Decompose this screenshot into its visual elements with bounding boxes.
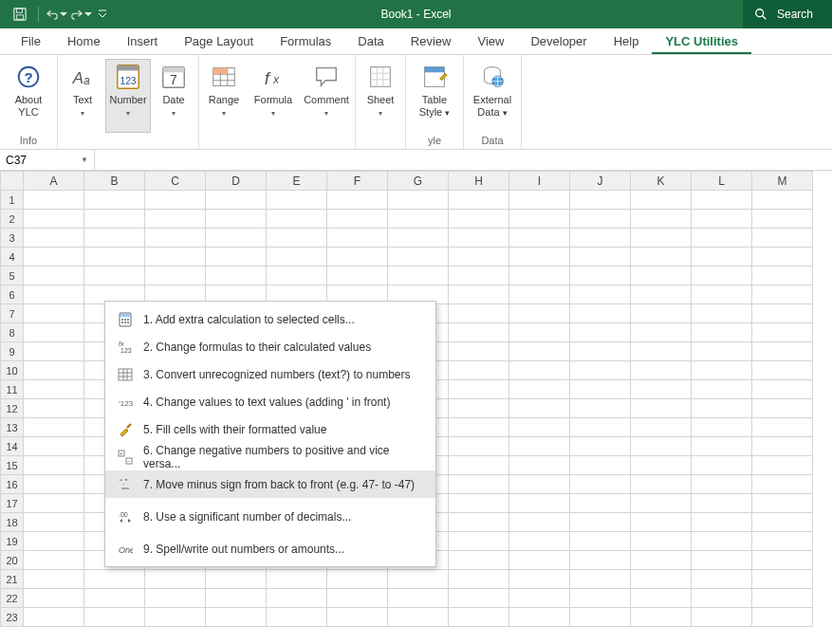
cell[interactable] <box>509 494 570 513</box>
menu-item-5[interactable]: 5. Fill cells with their formatted value <box>105 415 435 443</box>
cell[interactable] <box>692 285 752 304</box>
cell[interactable] <box>692 608 752 627</box>
cell[interactable] <box>752 323 813 342</box>
cell[interactable] <box>631 248 692 267</box>
row-header[interactable]: 22 <box>1 589 24 608</box>
cell[interactable] <box>752 399 813 418</box>
cell[interactable] <box>570 342 631 361</box>
cell[interactable] <box>631 551 692 570</box>
cell[interactable] <box>692 210 752 229</box>
cell[interactable] <box>570 191 631 210</box>
column-header[interactable]: K <box>631 172 692 191</box>
row-header[interactable]: 3 <box>1 229 24 248</box>
cell[interactable] <box>327 210 388 229</box>
tab-page-layout[interactable]: Page Layout <box>171 28 267 54</box>
cell[interactable] <box>752 608 813 627</box>
cell[interactable] <box>752 494 813 513</box>
cell[interactable] <box>449 210 509 229</box>
cell[interactable] <box>752 380 813 399</box>
sheet-button[interactable]: Sheet▾ <box>358 59 403 133</box>
cell[interactable] <box>449 608 509 627</box>
tab-developer[interactable]: Developer <box>517 28 600 54</box>
cell[interactable] <box>692 513 752 532</box>
save-icon[interactable] <box>9 4 30 25</box>
row-header[interactable]: 7 <box>1 304 24 323</box>
cell[interactable] <box>631 532 692 551</box>
row-header[interactable]: 12 <box>1 399 24 418</box>
cell[interactable] <box>570 513 631 532</box>
cell[interactable] <box>509 589 570 608</box>
cell[interactable] <box>570 229 631 248</box>
table-style-button[interactable]: Table Style ▾ <box>408 59 461 133</box>
tab-insert[interactable]: Insert <box>114 28 172 54</box>
cell[interactable] <box>509 513 570 532</box>
cell[interactable] <box>692 229 752 248</box>
cell[interactable] <box>388 229 449 248</box>
cell[interactable] <box>692 532 752 551</box>
cell[interactable] <box>24 342 84 361</box>
cell[interactable] <box>327 570 388 589</box>
cell[interactable] <box>24 361 84 380</box>
cell[interactable] <box>509 418 570 437</box>
cell[interactable] <box>509 267 570 285</box>
cell[interactable] <box>388 589 449 608</box>
cell[interactable] <box>327 191 388 210</box>
cell[interactable] <box>388 210 449 229</box>
cell[interactable] <box>24 285 84 304</box>
row-header[interactable]: 20 <box>1 551 24 570</box>
cell[interactable] <box>631 589 692 608</box>
cell[interactable] <box>631 267 692 285</box>
cell[interactable] <box>24 267 84 285</box>
cell[interactable] <box>631 418 692 437</box>
cell[interactable] <box>692 418 752 437</box>
row-header[interactable]: 4 <box>1 248 24 267</box>
cell[interactable] <box>752 589 813 608</box>
cell[interactable] <box>449 589 509 608</box>
cell[interactable] <box>84 248 145 267</box>
cell[interactable] <box>449 267 509 285</box>
cell[interactable] <box>752 437 813 456</box>
cell[interactable] <box>84 608 145 627</box>
cell[interactable] <box>509 399 570 418</box>
cell[interactable] <box>24 513 84 532</box>
menu-item-8[interactable]: .008. Use a significant number of decima… <box>105 503 435 530</box>
cell[interactable] <box>631 361 692 380</box>
cell[interactable] <box>631 304 692 323</box>
tab-data[interactable]: Data <box>344 28 397 54</box>
cell[interactable] <box>449 437 509 456</box>
cell[interactable] <box>206 229 267 248</box>
cell[interactable] <box>145 570 206 589</box>
cell[interactable] <box>752 248 813 267</box>
cell[interactable] <box>752 210 813 229</box>
comment-button[interactable]: Comment▾ <box>300 59 353 133</box>
cell[interactable] <box>388 248 449 267</box>
redo-button[interactable] <box>71 4 92 25</box>
cell[interactable] <box>449 380 509 399</box>
column-header[interactable]: A <box>24 172 84 191</box>
row-header[interactable]: 8 <box>1 323 24 342</box>
cell[interactable] <box>267 248 327 267</box>
cell[interactable] <box>570 285 631 304</box>
cell[interactable] <box>631 210 692 229</box>
cell[interactable] <box>570 589 631 608</box>
column-header[interactable]: G <box>388 172 449 191</box>
row-header[interactable]: 19 <box>1 532 24 551</box>
cell[interactable] <box>388 570 449 589</box>
column-header[interactable]: H <box>449 172 509 191</box>
cell[interactable] <box>24 589 84 608</box>
column-header[interactable]: L <box>692 172 752 191</box>
external-data-button[interactable]: External Data ▾ <box>466 59 519 133</box>
cell[interactable] <box>570 361 631 380</box>
cell[interactable] <box>327 267 388 285</box>
number-button[interactable]: 123Number▾ <box>105 59 151 133</box>
cell[interactable] <box>752 551 813 570</box>
column-header[interactable]: J <box>570 172 631 191</box>
cell[interactable] <box>570 475 631 494</box>
row-header[interactable]: 11 <box>1 380 24 399</box>
cell[interactable] <box>631 494 692 513</box>
text-button[interactable]: AaText▾ <box>60 59 105 133</box>
cell[interactable] <box>388 608 449 627</box>
cell[interactable] <box>267 589 327 608</box>
cell[interactable] <box>631 475 692 494</box>
cell[interactable] <box>388 267 449 285</box>
